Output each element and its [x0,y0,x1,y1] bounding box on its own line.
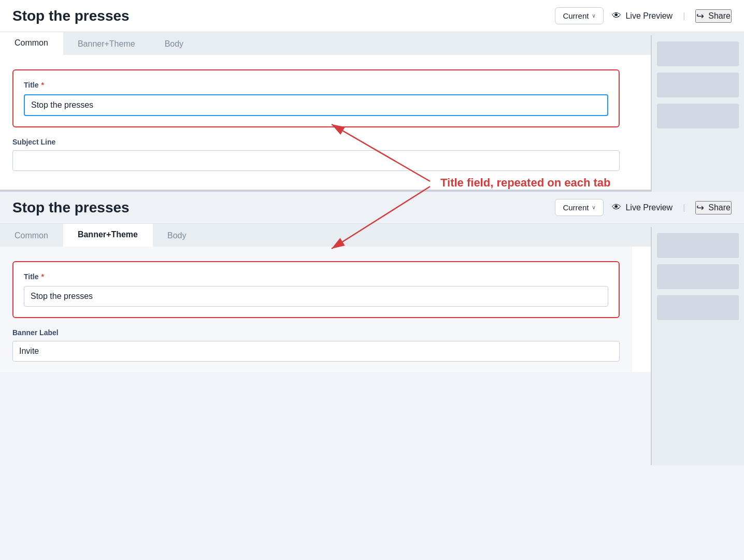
title-section-top: Title * [12,69,620,127]
tabs-row-bottom: Common Banner+Theme Body [0,224,744,247]
bottom-panel: Stop the presses Current ∨ 👁 Live Previe… [0,192,744,372]
subject-input-top[interactable] [12,150,620,171]
tab-banner-theme-top[interactable]: Banner+Theme [63,33,150,55]
tab-body-top[interactable]: Body [150,33,198,55]
header-actions-top: 👁 Live Preview | ↩ Share [612,9,732,23]
tab-body-bottom[interactable]: Body [153,225,201,247]
title-section-bottom: Title * [12,261,620,318]
tab-common-top[interactable]: Common [0,32,63,55]
tabs-row-top: Common Banner+Theme Body [0,32,744,55]
tab-banner-theme-bottom[interactable]: Banner+Theme [63,224,153,247]
required-star-top: * [41,81,44,89]
current-dropdown-top[interactable]: Current ∨ [555,7,604,24]
bottom-panel-title: Stop the presses [12,199,547,216]
title-input-bottom[interactable] [24,286,608,307]
title-label-bottom: Title * [24,272,608,281]
share-btn-top[interactable]: ↩ Share [695,9,732,23]
share-btn-bottom[interactable]: ↩ Share [695,201,732,214]
eye-icon-bottom: 👁 [612,202,621,213]
title-input-top[interactable] [24,94,608,116]
bottom-panel-body: Title * Banner Label [0,247,632,372]
header-actions-bottom: 👁 Live Preview | ↩ Share [612,201,732,214]
share-icon-top: ↩ [696,10,704,22]
live-preview-label-bottom: Live Preview [625,203,673,212]
app-container: Stop the presses Current ∨ 👁 Live Previe… [0,0,744,372]
eye-icon-top: 👁 [612,10,621,21]
share-label-top: Share [708,11,731,21]
bottom-header: Stop the presses Current ∨ 👁 Live Previe… [0,192,744,224]
required-star-bottom: * [41,272,44,281]
top-header: Stop the presses Current ∨ 👁 Live Previe… [0,0,744,32]
top-panel: Stop the presses Current ∨ 👁 Live Previe… [0,0,744,192]
current-dropdown-bottom[interactable]: Current ∨ [555,199,604,216]
right-panel-item-2 [657,73,739,97]
right-panel-bottom-item-2 [657,264,739,289]
share-icon-bottom: ↩ [696,202,704,213]
banner-label-input[interactable] [12,341,620,362]
tab-common-bottom[interactable]: Common [0,225,63,247]
live-preview-btn-top[interactable]: 👁 Live Preview [612,10,673,21]
top-panel-title: Stop the presses [12,8,547,24]
banner-label-label: Banner Label [12,328,620,337]
banner-label-section: Banner Label [12,328,620,362]
live-preview-btn-bottom[interactable]: 👁 Live Preview [612,202,673,213]
live-preview-label-top: Live Preview [625,11,673,21]
right-panel-item-1 [657,41,739,66]
chevron-down-icon-top: ∨ [592,12,596,19]
chevron-down-icon-bottom: ∨ [592,204,596,211]
title-label-top: Title * [24,81,608,89]
current-label-top: Current [563,11,589,20]
subject-section-top: Subject Line [12,138,620,171]
subject-label-top: Subject Line [12,138,620,146]
top-panel-body: Title * Subject Line [0,55,632,190]
current-label-bottom: Current [563,203,589,212]
share-label-bottom: Share [708,203,731,212]
right-panel-item-3 [657,104,739,128]
right-panel-bottom-item-3 [657,295,739,320]
right-panel-bottom-item-1 [657,233,739,258]
right-panel-bottom [651,227,744,465]
